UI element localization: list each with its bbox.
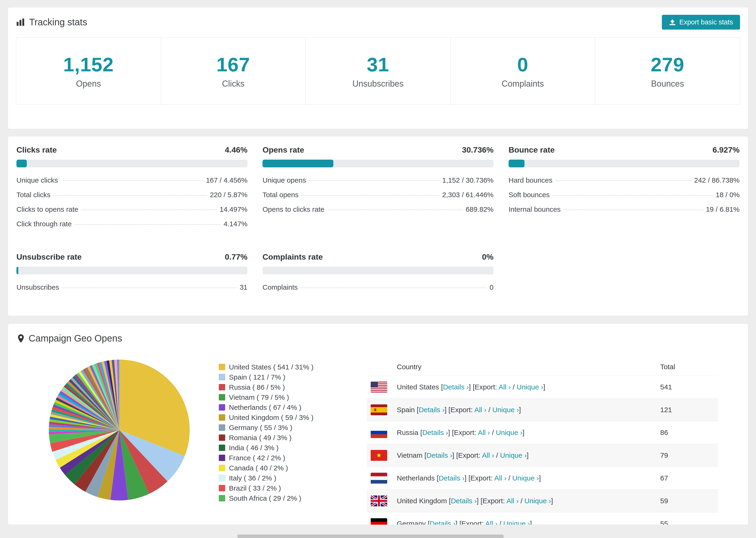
legend-item-romania: Romania ( 49 / 3% ) (219, 433, 329, 443)
dotted-leader (53, 195, 207, 195)
legend-item-netherlands: Netherlands ( 67 / 4% ) (219, 402, 329, 412)
bar-chart-icon (16, 18, 25, 27)
export-all-link[interactable]: All › (482, 452, 494, 459)
stat-row-label: Internal bounces (509, 205, 561, 213)
stat-row-total-opens: Total opens2,303 / 61.446% (262, 188, 494, 202)
dotted-leader (327, 210, 463, 210)
stat-label: Clicks (222, 79, 244, 89)
country-name: Russia (397, 429, 418, 436)
stat-row-label: Unique opens (262, 176, 306, 184)
legend-item-india: India ( 46 / 3% ) (219, 443, 329, 453)
stat-label: Bounces (651, 79, 684, 89)
rate-panel-bounce-rate: Bounce rate6.927%Hard bounces242 / 86.73… (509, 145, 739, 231)
details-link[interactable]: Details › (443, 383, 469, 391)
stat-row-hard-bounces: Hard bounces242 / 86.738% (509, 173, 739, 188)
rate-title: Unsubscribe rate (17, 252, 82, 261)
flag-vn-icon (370, 450, 387, 461)
progress-bar (262, 160, 494, 167)
legend-label: United States ( 541 / 31% ) (229, 363, 313, 371)
details-link[interactable]: Details › (430, 520, 456, 525)
export-label: Export: (482, 497, 505, 505)
stat-row-label: Opens to clicks rate (262, 205, 324, 213)
export-icon (669, 19, 676, 26)
rate-title: Bounce rate (509, 145, 555, 154)
rate-panel-opens-rate: Opens rate30.736%Unique opens1,152 / 30.… (262, 145, 494, 231)
geo-table-row-russia: Russia [Details ›] [Export: All › / Uniq… (367, 421, 718, 444)
legend-swatch (219, 475, 225, 481)
legend-swatch (219, 455, 225, 461)
summary-stat-opens: 1,152Opens (16, 38, 161, 104)
export-unique-link[interactable]: Unique › (512, 474, 539, 482)
legend-item-germany: Germany ( 55 / 3% ) (219, 422, 329, 433)
legend-swatch (219, 485, 225, 491)
country-name: United States (397, 383, 439, 391)
export-all-link[interactable]: All › (499, 383, 511, 391)
legend-label: Vietnam ( 79 / 5% ) (229, 394, 289, 402)
stat-number: 167 (216, 53, 250, 76)
stat-row-label: Total opens (262, 191, 298, 199)
country-name: Germany (397, 520, 426, 525)
rates-card: Clicks rate4.46%Unique clicks167 / 4.456… (8, 136, 748, 316)
legend-label: United Kingdom ( 59 / 3% ) (229, 413, 313, 422)
legend-item-france: France ( 42 / 2% ) (219, 453, 329, 463)
legend-item-united-states: United States ( 541 / 31% ) (219, 362, 329, 372)
column-header-total: Total (660, 363, 714, 371)
geo-content: United States ( 541 / 31% )Spain ( 121 /… (17, 358, 739, 525)
stat-row-value: 689.82% (466, 205, 494, 213)
summary-stat-complaints: 0Complaints (450, 38, 595, 104)
export-all-link[interactable]: All › (494, 474, 507, 482)
rate-title: Complaints rate (262, 252, 323, 261)
rate-value: 6.927% (713, 145, 739, 154)
geo-table-row-vietnam: Vietnam [Details ›] [Export: All › / Uni… (367, 444, 718, 467)
export-unique-link[interactable]: Unique › (503, 520, 530, 525)
rate-value: 4.46% (225, 145, 247, 154)
details-link[interactable]: Details › (451, 497, 477, 505)
stat-row-label: Complaints (262, 283, 298, 291)
legend-label: Italy ( 36 / 2% ) (229, 474, 276, 482)
export-unique-link[interactable]: Unique › (496, 429, 522, 436)
geo-pie-chart[interactable] (47, 358, 191, 503)
stat-number: 279 (651, 53, 684, 76)
export-unique-link[interactable]: Unique › (524, 497, 551, 505)
export-unique-link[interactable]: Unique › (500, 452, 527, 459)
details-link[interactable]: Details › (426, 452, 452, 459)
export-all-link[interactable]: All › (478, 429, 490, 436)
stat-row-value: 31 (240, 283, 247, 291)
legend-item-united-kingdom: United Kingdom ( 59 / 3% ) (219, 412, 329, 422)
country-total: 541 (660, 383, 714, 391)
stat-row-unique-clicks: Unique clicks167 / 4.456% (17, 173, 247, 188)
stat-row-value: 19 / 6.81% (706, 205, 739, 213)
flag-gb-icon (370, 495, 387, 507)
details-link[interactable]: Details › (419, 406, 445, 413)
summary-stat-bounces: 279Bounces (595, 38, 740, 104)
export-all-link[interactable]: All › (507, 497, 519, 505)
export-unique-link[interactable]: Unique › (492, 406, 519, 413)
legend-item-vietnam: Vietnam ( 79 / 5% ) (219, 392, 329, 402)
export-all-link[interactable]: All › (474, 406, 486, 413)
export-basic-stats-button[interactable]: Export basic stats (662, 15, 740, 29)
legend-swatch (219, 495, 225, 501)
export-label: Export: (458, 452, 480, 459)
flag-ru-icon (370, 427, 387, 438)
country-total: 55 (660, 520, 714, 525)
geo-legend: United States ( 541 / 31% )Spain ( 121 /… (219, 362, 329, 503)
stat-label: Complaints (502, 79, 544, 89)
details-link[interactable]: Details › (422, 429, 448, 436)
country-total: 86 (660, 429, 714, 437)
stat-row-label: Clicks to opens rate (17, 205, 78, 213)
geo-table-row-united-states: United States [Details ›] [Export: All ›… (367, 376, 718, 399)
country-name: Netherlands (397, 474, 435, 482)
stat-row-total-clicks: Total clicks220 / 5.87% (17, 188, 247, 202)
export-unique-link[interactable]: Unique › (516, 383, 543, 391)
export-all-link[interactable]: All › (485, 520, 498, 525)
legend-swatch (219, 394, 225, 401)
tracking-stats-card: Tracking stats Export basic stats 1,152O… (8, 7, 748, 129)
export-label: Export: (454, 429, 476, 436)
legend-label: Brazil ( 33 / 2% ) (229, 484, 281, 492)
geo-table-row-netherlands: Netherlands [Details ›] [Export: All › /… (367, 467, 718, 490)
flag-es-icon (370, 404, 387, 415)
legend-swatch (219, 465, 225, 471)
flag-nl-icon (370, 472, 387, 484)
details-link[interactable]: Details › (439, 474, 464, 482)
horizontal-scrollbar-thumb[interactable] (237, 534, 504, 538)
